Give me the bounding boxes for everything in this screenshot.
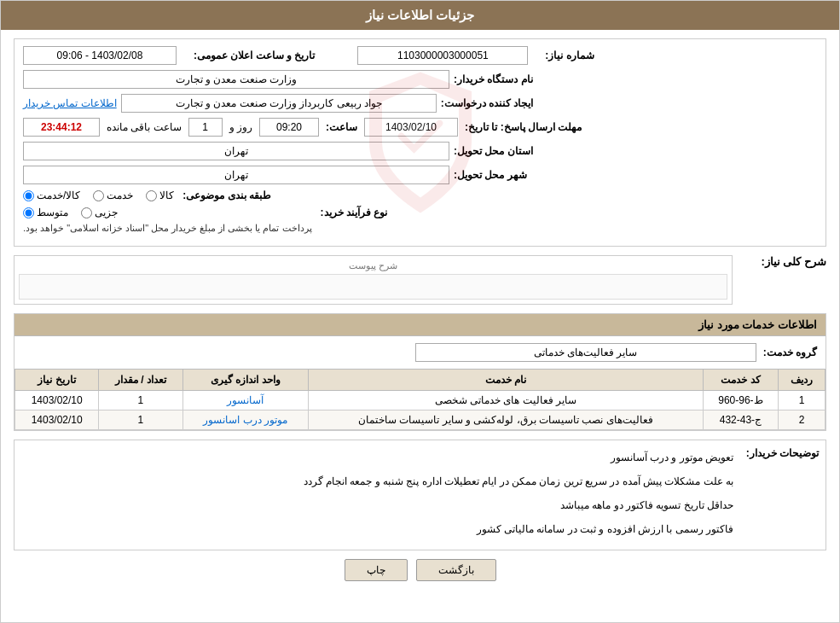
cat-khadamat-label: خدمت — [107, 189, 133, 201]
services-title: اطلاعات خدمات مورد نیاز — [14, 314, 826, 336]
process-note: پرداخت تمام یا بخشی از مبلغ خریدار محل "… — [23, 223, 312, 234]
buttons-row: بازگشت چاپ — [14, 559, 826, 581]
category-label: طبقه بندی موضوعی: — [182, 189, 271, 201]
cat-kala-khadamat-radio[interactable] — [23, 190, 34, 201]
province-value: تهران — [23, 142, 449, 160]
creator-value: جواد ربیعی کاربرداز وزارت صنعت معدن و تج… — [121, 94, 437, 113]
back-button[interactable]: بازگشت — [416, 559, 496, 581]
service-group-row: گروه خدمت: سایر فعالیت‌های خدماتی — [14, 336, 826, 369]
cell-date: 1403/02/10 — [15, 391, 99, 410]
category-radio-group: کالا خدمت کالا/خدمت — [23, 189, 174, 201]
cat-khadamat-radio[interactable] — [93, 190, 104, 201]
col-header-unit: واحد اندازه گیری — [182, 370, 309, 391]
supplier-label: نام دستگاه خریدار: — [454, 73, 533, 85]
main-info-section: شماره نیاز: 1103000003000051 تاریخ و ساع… — [14, 38, 826, 247]
description-content — [19, 274, 727, 300]
col-header-qty: تعداد / مقدار — [99, 370, 182, 391]
table-row: 1 ط-96-960 سایر فعالیت های خدماتی شخصی آ… — [15, 391, 826, 410]
col-header-code: کد خدمت — [703, 370, 779, 391]
cell-qty: 1 — [99, 410, 182, 430]
need-number-label: شماره نیاز: — [545, 49, 594, 61]
cell-code: ج-43-432 — [703, 410, 779, 430]
page-title: جزئیات اطلاعات نیاز — [366, 8, 474, 22]
cell-qty: 1 — [99, 391, 182, 410]
services-table: ردیف کد خدمت نام خدمت واحد اندازه گیری ت… — [14, 369, 826, 430]
buyer-description-section: توضیحات خریدار: تعویض موتور و درب آسانسو… — [14, 440, 826, 550]
deadline-days: 1 — [188, 118, 223, 137]
cell-row: 1 — [779, 391, 826, 410]
col-header-date: تاریخ نیاز — [15, 370, 99, 391]
buyer-desc-label: توضیحات خریدار: — [742, 447, 819, 543]
description-box: شرح پیوست — [14, 255, 733, 305]
remaining-label: ساعت باقی مانده — [107, 121, 182, 133]
cat-kala-label: کالا — [159, 189, 174, 201]
buyer-desc-line: تعویض موتور و درب آسانسور — [21, 447, 733, 468]
proc-motovaset-item[interactable]: متوسط — [23, 207, 68, 218]
deadline-date: 1403/02/10 — [364, 118, 458, 137]
buyer-desc-line: فاکتور رسمی با ارزش افزوده و ثبت در ساما… — [21, 519, 733, 539]
group-label: گروه خدمت: — [763, 346, 817, 358]
page-header: جزئیات اطلاعات نیاز — [1, 1, 839, 30]
print-button[interactable]: چاپ — [345, 559, 408, 581]
cat-kala-khadamat-item[interactable]: کالا/خدمت — [23, 189, 80, 201]
cat-khadamat-item[interactable]: خدمت — [93, 189, 133, 201]
buyer-text: تعویض موتور و درب آسانسوربه علت مشکلات پ… — [21, 447, 733, 543]
cell-unit: آسانسور — [182, 391, 309, 410]
city-value: تهران — [23, 166, 449, 184]
date-value: 1403/02/08 - 09:06 — [23, 46, 177, 65]
proc-jozii-item[interactable]: جزیی — [81, 207, 118, 218]
deadline-time: 09:20 — [259, 118, 319, 137]
cell-code: ط-96-960 — [703, 391, 779, 410]
proc-motovaset-radio[interactable] — [23, 207, 34, 218]
cell-date: 1403/02/10 — [15, 410, 99, 430]
need-number-value: 1103000003000051 — [357, 46, 528, 65]
description-section-title: شرح کلی نیاز: — [741, 255, 826, 268]
deadline-time-label: ساعت: — [326, 121, 357, 133]
creator-label: ایجاد کننده درخواست: — [441, 97, 534, 109]
date-label: تاریخ و ساعت اعلان عمومی: — [194, 49, 315, 61]
services-section: اطلاعات خدمات مورد نیاز گروه خدمت: سایر … — [14, 313, 826, 431]
col-header-row: ردیف — [779, 370, 826, 391]
proc-motovaset-label: متوسط — [37, 207, 68, 218]
process-radio-group: جزیی متوسط — [23, 207, 118, 218]
buyer-desc-line: به علت مشکلات پیش آمده در سریع ترین زمان… — [21, 471, 733, 492]
deadline-days-label: روز و — [229, 121, 252, 133]
cat-kala-item[interactable]: کالا — [146, 189, 174, 201]
remaining-time: 23:44:12 — [23, 118, 100, 137]
deadline-label: مهلت ارسال پاسخ: تا تاریخ: — [465, 121, 582, 133]
cell-row: 2 — [779, 410, 826, 430]
attachment-label: شرح پیوست — [19, 260, 727, 271]
supplier-value: وزارت صنعت معدن و تجارت — [23, 70, 449, 89]
process-label: نوع فرآیند خرید: — [321, 207, 388, 218]
buyer-desc-line: حداقل تاریخ تسویه فاکتور دو ماهه میباشد — [21, 495, 733, 515]
group-value: سایر فعالیت‌های خدماتی — [415, 343, 756, 362]
table-row: 2 ج-43-432 فعالیت‌های نصب تاسیسات برق، ل… — [15, 410, 826, 430]
cat-kala-radio[interactable] — [146, 190, 157, 201]
proc-jozii-label: جزیی — [95, 207, 118, 218]
cell-unit: موتور درب اسانسور — [182, 410, 309, 430]
description-section: شرح کلی نیاز: شرح پیوست — [14, 255, 826, 305]
contact-link[interactable]: اطلاعات تماس خریدار — [23, 97, 117, 109]
province-label: استان محل تحویل: — [454, 145, 533, 157]
cell-name: فعالیت‌های نصب تاسیسات برق، لوله‌کشی و س… — [309, 410, 704, 430]
cell-name: سایر فعالیت های خدماتی شخصی — [309, 391, 704, 410]
col-header-name: نام خدمت — [309, 370, 704, 391]
proc-jozii-radio[interactable] — [81, 207, 92, 218]
city-label: شهر محل تحویل: — [454, 169, 527, 181]
cat-kala-khadamat-label: کالا/خدمت — [37, 189, 80, 201]
